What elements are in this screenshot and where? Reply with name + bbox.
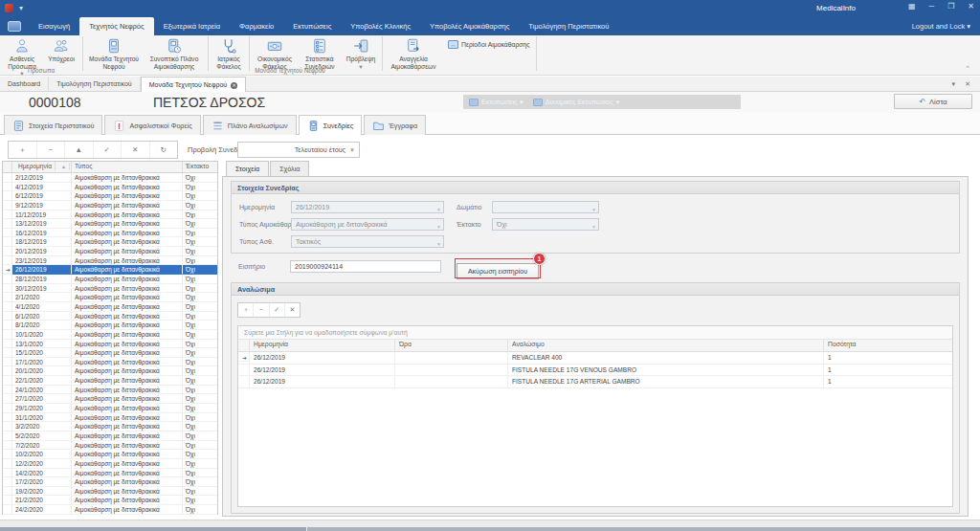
refresh-button[interactable]: ↻ bbox=[150, 142, 178, 158]
menu-tab[interactable]: Υποβολές Αιμοκάθαρσης bbox=[420, 17, 519, 35]
tab-details[interactable]: Στοιχεία bbox=[226, 161, 269, 177]
menu-tab[interactable]: Υποβολές Κλινικής bbox=[341, 17, 420, 35]
column-header-qty[interactable]: Ποσότητα bbox=[824, 340, 952, 351]
confirm-button[interactable]: ✓ bbox=[94, 142, 122, 158]
tab-comments[interactable]: Σχόλια bbox=[270, 161, 309, 176]
session-row[interactable]: 21/2/2020Αιμοκάθαρση με διττανθρακικάΌχι bbox=[3, 496, 217, 505]
dialysis-type-field[interactable]: Αιμοκάθαρση με διττανθρακικά▼ bbox=[291, 218, 444, 231]
session-row[interactable]: 4/1/2020Αιμοκάθαρση με διττανθρακικάΌχι bbox=[3, 302, 217, 312]
tab-sessions[interactable]: Συνεδρίες bbox=[299, 115, 363, 136]
session-row[interactable]: 20/12/2019Αιμοκάθαρση με διττανθρακικάΌχ… bbox=[3, 247, 217, 256]
ribbon-button-guarantors[interactable]: Υπόχρεοι bbox=[42, 36, 80, 63]
ribbon-button-dialysis-periods[interactable]: ↔ Περίοδοι Αιμοκάθαρσης bbox=[448, 40, 530, 49]
doc-tab-dialysis-unit[interactable]: Μονάδα Τεχνητού Νεφρού✕ bbox=[141, 77, 246, 92]
ribbon-button-session-stats[interactable]: Στατιστικά Συνεδριών bbox=[298, 36, 342, 70]
extra-field[interactable]: Όχι▼ bbox=[492, 218, 599, 231]
patient-type-field[interactable]: Τακτικός▼ bbox=[291, 235, 444, 248]
session-row[interactable]: 11/12/2019Αιμοκάθαρση με διττανθρακικάΌχ… bbox=[3, 210, 217, 220]
tab-close-all-icon[interactable]: ✕ bbox=[965, 80, 970, 91]
session-row[interactable]: 13/12/2019Αιμοκάθαρση με διττανθρακικάΌχ… bbox=[3, 219, 217, 229]
session-row[interactable]: 28/12/2019Αιμοκάθαρση με διττανθρακικάΌχ… bbox=[3, 275, 217, 284]
session-row[interactable]: 29/1/2020Αιμοκάθαρση με διττανθρακικάΌχι bbox=[3, 404, 217, 413]
column-header-extra[interactable]: Έκτακτο bbox=[183, 162, 217, 172]
ribbon-collapse-icon[interactable]: ⌃ bbox=[965, 65, 970, 73]
menu-tab[interactable]: Τιμολόγηση Περιστατικού bbox=[519, 17, 618, 35]
tab-case-details[interactable]: Στοιχεία Περιστατικού bbox=[4, 115, 102, 135]
session-row[interactable]: 4/12/2019Αιμοκάθαρση με διττανθρακικάΌχι bbox=[3, 183, 217, 192]
session-row[interactable]: 2/12/2019Αιμοκάθαρση με διττανθρακικάΌχι bbox=[3, 173, 217, 183]
file-menu-icon[interactable] bbox=[8, 21, 21, 32]
consumable-row[interactable]: ➜26/12/2019REVACLEAR 4001 bbox=[238, 352, 952, 365]
cancel-button[interactable]: ✕ bbox=[122, 142, 150, 158]
minimize-icon[interactable]: ─ bbox=[928, 2, 934, 11]
ribbon-button-financial-file[interactable]: Οικονομικός Φάκελος bbox=[252, 36, 298, 70]
doc-tab-dashboard[interactable]: Dashboard bbox=[0, 77, 49, 92]
session-row[interactable]: 14/2/2020Αιμοκάθαρση με διττανθρακικάΌχι bbox=[3, 469, 217, 478]
ribbon-button-medical-file[interactable]: Ιατρικός Φάκελος bbox=[211, 36, 247, 70]
list-button[interactable]: ↶ Λίστα bbox=[894, 94, 972, 109]
tab-insurance-providers[interactable]: ! Ασφαλιστικοί Φορείς bbox=[104, 115, 200, 135]
column-header-item[interactable]: Αναλώσιμο bbox=[508, 340, 824, 351]
confirm-button[interactable]: ✓ bbox=[270, 303, 285, 317]
session-row[interactable]: 9/12/2019Αιμοκάθαρση με διττανθρακικάΌχι bbox=[3, 201, 217, 210]
session-row[interactable]: 7/2/2020Αιμοκάθαρση με διττανθρακικάΌχι bbox=[3, 441, 217, 451]
menu-tab[interactable]: Εξωτερικά Ιατρεία bbox=[154, 17, 230, 35]
session-row[interactable]: 24/1/2020Αιμοκάθαρση με διττανθρακικάΌχι bbox=[3, 386, 217, 395]
ribbon-button-dialysis-unit[interactable]: Μονάδα Τεχνητού Νεφρού bbox=[85, 36, 143, 70]
delete-button[interactable]: − bbox=[37, 142, 66, 158]
session-row[interactable]: 8/1/2020Αιμοκάθαρση με διττανθρακικάΌχι bbox=[3, 321, 217, 330]
session-row[interactable]: 30/12/2019Αιμοκάθαρση με διττανθρακικάΌχ… bbox=[3, 284, 217, 294]
tab-documents[interactable]: Έγγραφα bbox=[364, 115, 426, 135]
dynamic-prints-button[interactable]: Δυναμικές Εκτυπώσεις ▾ bbox=[533, 99, 619, 106]
session-row[interactable]: ➜26/12/2019Αιμοκάθαρση με διττανθρακικάΌ… bbox=[3, 265, 217, 275]
view-period-select[interactable]: Τελευταίου έτους ▼ bbox=[237, 142, 360, 158]
session-row[interactable]: 17/2/2020Αιμοκάθαρση με διττανθρακικάΌχι bbox=[3, 477, 217, 487]
ticket-field[interactable]: 2019000924114 bbox=[290, 260, 441, 273]
quick-access-toggle-icon[interactable]: ▾ bbox=[19, 4, 23, 12]
session-row[interactable]: 10/2/2020Αιμοκάθαρση με διττανθρακικάΌχι bbox=[3, 450, 217, 459]
session-row[interactable]: 22/1/2020Αιμοκάθαρση με διττανθρακικάΌχι bbox=[3, 376, 217, 386]
column-header-date[interactable]: Ημερομηνία bbox=[250, 340, 395, 351]
delete-button[interactable]: − bbox=[254, 303, 269, 317]
session-row[interactable]: 18/12/2019Αιμοκάθαρση με διττανθρακικάΌχ… bbox=[3, 237, 217, 247]
edit-button[interactable]: ▲ bbox=[65, 142, 94, 158]
doc-tab-billing[interactable]: Τιμολόγηση Περιστατικού bbox=[49, 77, 140, 92]
column-header-time[interactable]: Ώρα bbox=[395, 340, 508, 351]
session-row[interactable]: 24/2/2020Αιμοκάθαρση με διττανθρακικάΌχι bbox=[3, 505, 217, 515]
ribbon-button-summary-plan[interactable]: Συνοπτικό Πλάνο Αιμοκάθαρσης bbox=[143, 36, 206, 70]
cancel-button[interactable]: ✕ bbox=[285, 303, 300, 317]
cancel-ticket-button[interactable]: Ακύρωση εισιτηρίου bbox=[457, 263, 539, 279]
tab-list-dropdown-icon[interactable]: ▾ bbox=[952, 80, 956, 91]
close-icon[interactable]: ✕ bbox=[968, 2, 974, 11]
menu-tab-active[interactable]: Τεχνητός Νεφρός bbox=[79, 17, 153, 35]
ribbon-button-dialysis-announcement[interactable]: Αναγγελία Αιμοκαθάρσεων bbox=[385, 36, 442, 70]
session-row[interactable]: 17/1/2020Αιμοκάθαρση με διττανθρακικάΌχι bbox=[3, 358, 217, 367]
logout-menu[interactable]: Logout and Lock ▾ bbox=[902, 17, 980, 35]
tab-close-icon[interactable]: ✕ bbox=[231, 82, 237, 89]
column-header-date[interactable]: Ημερομηνία▲ bbox=[12, 162, 72, 172]
column-header-type[interactable]: Τύπος bbox=[72, 162, 183, 172]
session-row[interactable]: 27/1/2020Αιμοκάθαρση με διττανθρακικάΌχι bbox=[3, 394, 217, 404]
session-row[interactable]: 2/1/2020Αιμοκάθαρση με διττανθρακικάΌχι bbox=[3, 293, 217, 302]
prints-button[interactable]: Εκτυπώσεις ▾ bbox=[469, 99, 523, 106]
menu-tab[interactable]: Εκτυπώσεις bbox=[283, 17, 341, 35]
session-row[interactable]: 6/1/2020Αιμοκάθαρση με διττανθρακικάΌχι bbox=[3, 312, 217, 321]
session-row[interactable]: 15/1/2020Αιμοκάθαρση με διττανθρακικάΌχι bbox=[3, 348, 217, 358]
menu-tab[interactable]: Εισαγωγή bbox=[29, 17, 79, 35]
consumable-row[interactable]: 26/12/2019FISTULA NEEDLE 17G ARTERIAL GA… bbox=[238, 376, 952, 388]
session-row[interactable]: 12/2/2020Αιμοκάθαρση με διττανθρακικάΌχι bbox=[3, 459, 217, 469]
session-row[interactable]: 20/1/2020Αιμοκάθαρση με διττανθρακικάΌχι bbox=[3, 366, 217, 376]
session-row[interactable]: 10/1/2020Αιμοκάθαρση με διττανθρακικάΌχι bbox=[3, 330, 217, 340]
date-field[interactable]: 26/12/2019▼ bbox=[291, 201, 444, 213]
session-row[interactable]: 19/2/2020Αιμοκάθαρση με διττανθρακικάΌχι bbox=[3, 487, 217, 497]
add-button[interactable]: ＋ bbox=[238, 303, 254, 317]
restore-icon[interactable]: ❐ bbox=[947, 2, 954, 11]
session-row[interactable]: 16/12/2019Αιμοκάθαρση με διττανθρακικάΌχ… bbox=[3, 229, 217, 238]
add-button[interactable]: ＋ bbox=[9, 142, 37, 158]
menu-tab[interactable]: Φαρμακείο bbox=[230, 17, 283, 35]
style-icon[interactable]: ▦ bbox=[908, 2, 916, 11]
session-row[interactable]: 6/12/2019Αιμοκάθαρση με διττανθρακικάΌχι bbox=[3, 191, 217, 201]
consumable-row[interactable]: 26/12/2019FISTULA NEEDLE 17G VENOUS GAMB… bbox=[238, 365, 952, 377]
session-row[interactable]: 13/1/2020Αιμοκάθαρση με διττανθρακικάΌχι bbox=[3, 340, 217, 349]
room-field[interactable]: ▼ bbox=[492, 201, 599, 213]
